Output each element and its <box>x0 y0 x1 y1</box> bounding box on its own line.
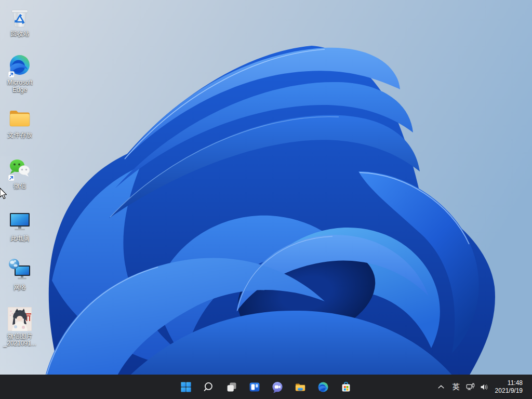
desktop-icon-recycle-bin[interactable]: 回收站 <box>0 4 39 37</box>
store-icon <box>340 381 352 393</box>
system-tray: 英 11:48 2021/9/19 <box>434 375 532 399</box>
desktop-icon-wechat[interactable]: 微信 <box>0 156 39 190</box>
taskbar: 英 11:48 2021/9/19 <box>0 375 532 399</box>
recycle-bin-icon <box>7 4 32 29</box>
ethernet-network-icon <box>466 383 475 391</box>
chat-icon <box>271 381 284 393</box>
shortcut-arrow-badge <box>8 72 15 78</box>
speaker-icon <box>480 383 488 391</box>
desktop-icon-this-pc[interactable]: 此电脑 <box>0 209 39 242</box>
desktop-icon-wechat-image[interactable]: 微信图片 _2021091... <box>0 307 39 347</box>
widgets-icon <box>248 381 261 393</box>
this-pc-icon <box>7 209 32 234</box>
desktop-icon-label: 微信 <box>14 182 26 190</box>
desktop-icon-label: Microsoft Edge <box>1 79 39 94</box>
volume-button[interactable] <box>477 377 491 397</box>
wallpaper-bloom <box>0 0 532 399</box>
clock-date: 2021/9/19 <box>495 387 523 395</box>
network-icon <box>7 258 32 283</box>
start-button[interactable] <box>176 377 196 397</box>
desktop-icon-label: 此电脑 <box>10 235 29 242</box>
desktop-icon-label: 微信图片 _2021091... <box>3 332 36 347</box>
clock-time: 11:48 <box>508 379 523 387</box>
widgets-button[interactable] <box>244 377 265 397</box>
desktop-icon-label: 文件存放 <box>7 131 32 139</box>
edge-icon <box>7 53 32 78</box>
image-thumbnail <box>7 307 32 331</box>
chat-button[interactable] <box>267 377 288 397</box>
desktop-icon-label: 网络 <box>14 284 26 291</box>
windows-11-desktop: 回收站 Micros <box>0 0 532 399</box>
desktop-icon-label: 回收站 <box>10 30 29 37</box>
search-button[interactable] <box>198 377 219 397</box>
task-view-icon <box>225 381 238 393</box>
search-icon <box>203 381 215 393</box>
chevron-up-icon <box>437 383 445 391</box>
language-indicator[interactable]: 英 <box>448 377 464 397</box>
file-explorer-icon <box>294 381 307 393</box>
start-icon <box>180 381 192 393</box>
task-view-button[interactable] <box>221 377 242 397</box>
edge-icon <box>317 381 329 393</box>
clock[interactable]: 11:48 2021/9/19 <box>491 377 526 397</box>
store-button[interactable] <box>336 377 356 397</box>
taskbar-center-buttons <box>176 377 356 397</box>
tray-overflow-button[interactable] <box>434 377 448 397</box>
language-label: 英 <box>453 382 460 392</box>
edge-button[interactable] <box>313 377 334 397</box>
shortcut-arrow-badge <box>8 175 15 181</box>
file-explorer-button[interactable] <box>290 377 311 397</box>
desktop-icon-microsoft-edge[interactable]: Microsoft Edge <box>0 53 39 94</box>
desktop-icon-network[interactable]: 网络 <box>0 258 39 291</box>
wechat-icon <box>7 156 32 181</box>
desktop-icon-file-folder[interactable]: 文件存放 <box>0 105 39 139</box>
folder-icon <box>7 105 32 130</box>
network-status-button[interactable] <box>464 377 477 397</box>
